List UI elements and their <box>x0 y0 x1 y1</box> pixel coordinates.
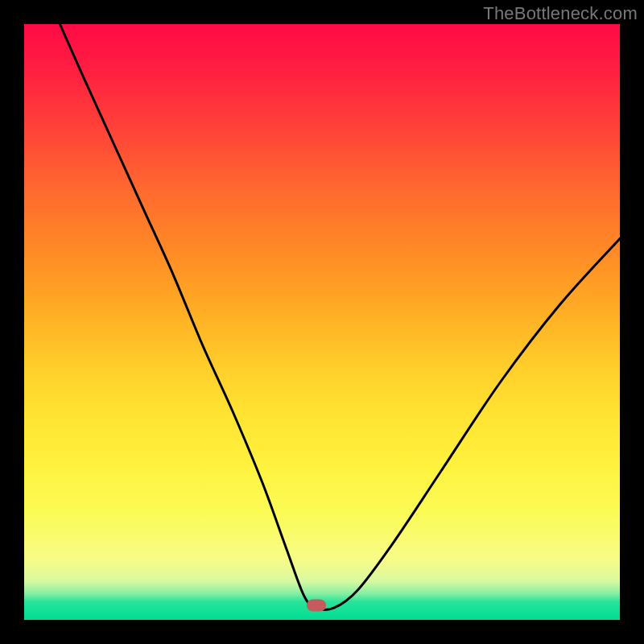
watermark-text: TheBottleneck.com <box>483 3 638 24</box>
optimal-point-marker <box>307 599 326 611</box>
plot-area <box>24 24 620 620</box>
chart-frame: TheBottleneck.com <box>0 0 644 644</box>
curve-layer <box>24 24 620 620</box>
bottleneck-curve <box>60 24 620 610</box>
